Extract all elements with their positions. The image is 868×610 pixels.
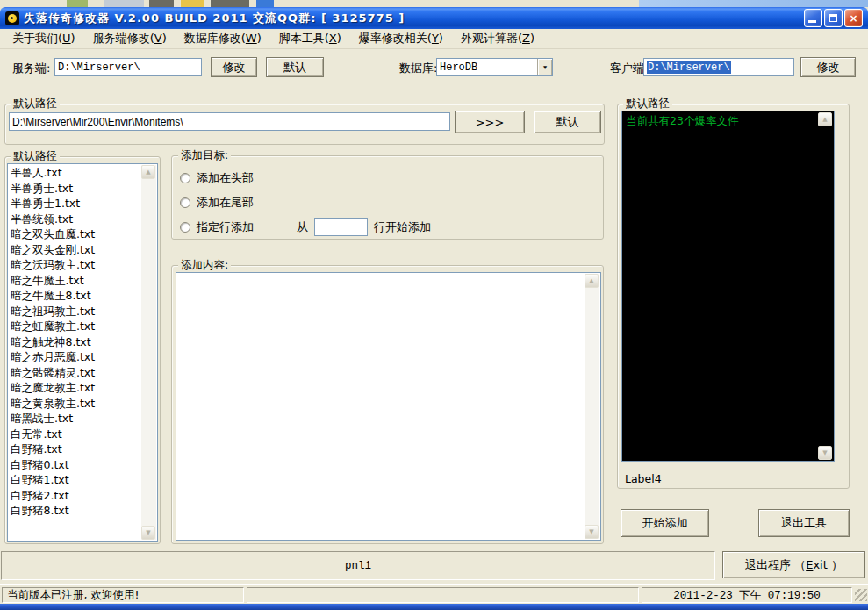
- path-default-button[interactable]: 默认: [534, 111, 601, 133]
- server-modify-button[interactable]: 修改: [211, 57, 257, 77]
- menu-bar: 关于我们(U)服务端修改(V)数据库修改(W)脚本工具(X)爆率修改相关(Y)外…: [0, 29, 868, 49]
- list-item[interactable]: 半兽统领.txt: [8, 212, 141, 227]
- scroll-down-icon[interactable]: ▼: [818, 446, 832, 460]
- client-path-input[interactable]: D:\Mirserver\: [643, 58, 794, 76]
- taskbar-edge: [0, 604, 868, 610]
- database-value: HeroDB: [437, 61, 537, 74]
- console-scrollbar[interactable]: ▲ ▼: [818, 112, 833, 460]
- server-label: 服务端:: [12, 61, 50, 76]
- client-modify-button[interactable]: 修改: [800, 57, 856, 77]
- content-scrollbar[interactable]: ▲ ▼: [585, 274, 599, 539]
- list-item[interactable]: 白野猪8.txt: [8, 503, 141, 519]
- menu-item-1[interactable]: 关于我们(U): [4, 28, 84, 49]
- server-path-input[interactable]: D:\Mirserver\: [54, 58, 202, 76]
- list-item[interactable]: 暗之虹魔教主.txt: [8, 319, 141, 334]
- result-group-title: 默认路径: [623, 97, 672, 110]
- from-label: 从: [297, 219, 308, 235]
- monitems-path-input[interactable]: D:\Mirserver\Mir200\Envir\Monitems\: [9, 112, 450, 131]
- list-item[interactable]: 半兽勇士1.txt: [8, 196, 141, 212]
- start-add-button[interactable]: 开始添加: [621, 509, 709, 537]
- titlebar[interactable]: 失落传奇修改器 V.2.00 BUILD 2011 交流QQ群: [ 31257…: [0, 7, 868, 29]
- app-icon: [5, 11, 19, 25]
- exit-tool-button[interactable]: 退出工具: [758, 509, 850, 537]
- server-default-button[interactable]: 默认: [266, 57, 324, 77]
- status-registered: 当前版本已注册, 欢迎使用!: [2, 587, 244, 603]
- list-item[interactable]: 暗之赤月恶魔.txt: [8, 349, 141, 365]
- resize-grip[interactable]: [855, 589, 867, 601]
- scroll-up-icon[interactable]: ▲: [141, 165, 155, 179]
- client-label: 客户端:: [610, 61, 648, 76]
- close-button[interactable]: ×: [844, 9, 863, 27]
- result-console[interactable]: 当前共有23个爆率文件 ▲ ▼: [621, 111, 835, 462]
- line-suffix-label: 行开始添加: [374, 219, 431, 235]
- list-item[interactable]: 半兽勇士.txt: [8, 181, 141, 197]
- file-list: 半兽人.txt半兽勇士.txt半兽勇士1.txt半兽统领.txt暗之双头血魔.t…: [8, 165, 141, 540]
- file-group-title: 默认路径: [11, 150, 60, 162]
- file-list-scrollbar[interactable]: ▲ ▼: [141, 165, 156, 540]
- list-item[interactable]: 暗之牛魔王8.txt: [8, 288, 141, 304]
- scroll-down-icon[interactable]: ▼: [141, 526, 155, 540]
- scroll-up-icon[interactable]: ▲: [818, 112, 832, 126]
- content-textarea[interactable]: ▲ ▼: [176, 272, 601, 541]
- combo-arrow-icon[interactable]: ▼: [537, 59, 552, 75]
- line-number-input[interactable]: [314, 218, 368, 236]
- database-combobox[interactable]: HeroDB ▼: [436, 58, 553, 76]
- menu-item-6[interactable]: 外观计算器(Z): [452, 28, 543, 49]
- status-datetime: 2011-2-23 下午 07:19:50: [642, 587, 852, 603]
- list-item[interactable]: 白野猪1.txt: [8, 472, 141, 488]
- database-label: 数据库:: [399, 61, 437, 76]
- list-item[interactable]: 半兽人.txt: [8, 165, 141, 181]
- list-item[interactable]: 暗之魔龙教主.txt: [8, 380, 141, 396]
- radio-add-line[interactable]: 指定行添加 从 行开始添加: [180, 218, 431, 236]
- file-listbox[interactable]: 半兽人.txt半兽勇士.txt半兽勇士1.txt半兽统领.txt暗之双头血魔.t…: [7, 163, 158, 542]
- label4: Label4: [625, 472, 662, 485]
- list-item[interactable]: 白无常.txt: [8, 427, 141, 442]
- list-item[interactable]: 白野猪0.txt: [8, 457, 141, 473]
- bottom-panel: pnl1: [1, 551, 715, 580]
- client-area: 服务端: D:\Mirserver\ 修改 默认 数据库: HeroDB ▼ 客…: [0, 49, 868, 584]
- list-item[interactable]: 暗之双头金刚.txt: [8, 242, 141, 258]
- menu-item-3[interactable]: 数据库修改(W): [176, 28, 270, 49]
- list-item[interactable]: 暗之双头血魔.txt: [8, 226, 141, 242]
- list-item[interactable]: 暗之触龙神8.txt: [8, 334, 141, 350]
- minimize-button[interactable]: [804, 9, 822, 27]
- background-toolbar-text: [149, 0, 174, 7]
- screen: 失落传奇修改器 V.2.00 BUILD 2011 交流QQ群: [ 31257…: [0, 0, 868, 610]
- background-toolbar-icon: [256, 0, 274, 7]
- list-item[interactable]: 暗之牛魔王.txt: [8, 273, 141, 289]
- app-window: 失落传奇修改器 V.2.00 BUILD 2011 交流QQ群: [ 31257…: [0, 7, 868, 604]
- background-toolbar-text: [211, 0, 249, 7]
- scroll-up-icon[interactable]: ▲: [585, 274, 599, 288]
- background-toolbar-icon: [67, 0, 88, 7]
- status-bar: 当前版本已注册, 欢迎使用! 2011-2-23 下午 07:19:50: [0, 584, 868, 604]
- radio-icon[interactable]: [180, 197, 190, 208]
- list-item[interactable]: 白野猪2.txt: [8, 488, 141, 504]
- list-item[interactable]: 暗之祖玛教主.txt: [8, 304, 141, 319]
- menu-item-5[interactable]: 爆率修改相关(Y): [350, 28, 452, 49]
- close-icon: ×: [849, 12, 857, 25]
- console-status-line: 当前共有23个爆率文件: [622, 111, 834, 132]
- list-item[interactable]: 暗之黄泉教主.txt: [8, 396, 141, 412]
- add-content-title: 添加内容:: [178, 259, 231, 271]
- panel-name-label: pnl1: [345, 560, 371, 572]
- radio-icon[interactable]: [180, 173, 190, 183]
- radio-icon[interactable]: [180, 222, 190, 233]
- background-window-edge: [0, 0, 868, 7]
- list-item[interactable]: 暗之沃玛教主.txt: [8, 257, 141, 273]
- window-title: 失落传奇修改器 V.2.00 BUILD 2011 交流QQ群: [ 31257…: [24, 11, 405, 26]
- maximize-button[interactable]: [824, 9, 843, 27]
- list-item[interactable]: 暗之骷髅精灵.txt: [8, 365, 141, 381]
- list-item[interactable]: 白野猪.txt: [8, 441, 141, 457]
- menu-item-4[interactable]: 脚本工具(X): [270, 28, 350, 49]
- radio-add-head[interactable]: 添加在头部: [180, 170, 254, 186]
- content-text: [178, 275, 583, 538]
- browse-button[interactable]: >>>: [455, 111, 525, 133]
- scroll-down-icon[interactable]: ▼: [585, 525, 599, 539]
- background-folder-icon: [181, 0, 204, 7]
- radio-add-tail[interactable]: 添加在尾部: [180, 195, 254, 211]
- list-item[interactable]: 暗黑战士.txt: [8, 411, 141, 427]
- background-window-blue: [639, 0, 868, 7]
- exit-program-button[interactable]: 退出程序 （ Exit ）: [722, 551, 865, 578]
- menu-item-2[interactable]: 服务端修改(V): [84, 28, 176, 49]
- background-toolbar-icon: [104, 0, 144, 7]
